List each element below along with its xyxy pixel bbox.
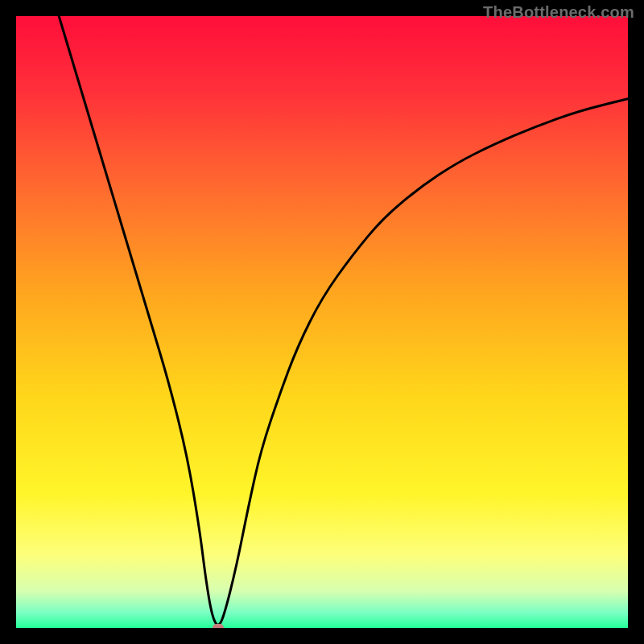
watermark-text: TheBottleneck.com (483, 3, 634, 22)
chart-frame: TheBottleneck.com (0, 0, 644, 644)
plot-area (16, 16, 628, 628)
bottleneck-curve (16, 16, 628, 628)
minimum-marker (213, 624, 224, 628)
